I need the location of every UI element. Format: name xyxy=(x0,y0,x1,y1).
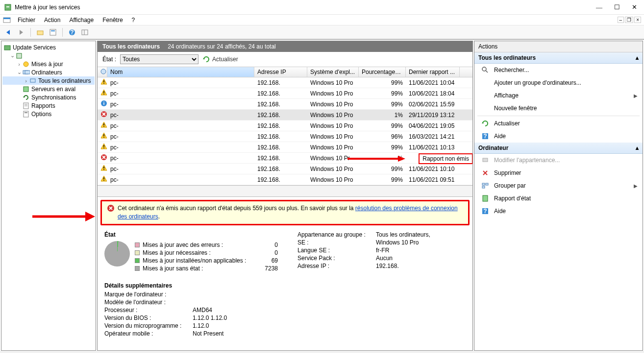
grid-body[interactable]: pc-192.168.Windows 10 Pro99%11/06/2021 1… xyxy=(98,77,472,185)
sync-icon xyxy=(22,94,30,101)
mdi-close[interactable]: × xyxy=(634,17,641,23)
action-refresh[interactable]: Actualiser xyxy=(474,117,643,130)
col-status[interactable] xyxy=(98,67,107,77)
computers-grid: Nom Adresse IP Système d'expl... Pourcen… xyxy=(98,67,472,185)
action-status-report[interactable]: Rapport d'état xyxy=(474,192,643,205)
table-row[interactable]: pc-192.168.Windows 10 Pr%Rapport non émi… xyxy=(98,153,472,164)
collapse-icon[interactable]: ⌄ xyxy=(16,69,22,75)
cell-pct: 99% xyxy=(359,176,406,183)
table-row[interactable]: pc-192.168.Windows 10 Pro99%11/06/2021 1… xyxy=(98,142,472,153)
folder-button[interactable] xyxy=(35,27,46,38)
table-row[interactable]: pc-192.168.Windows 10 Pro99%04/06/2021 1… xyxy=(98,121,472,131)
action-add-group[interactable]: Ajouter un groupe d'ordinateurs... xyxy=(474,76,643,89)
updates-icon xyxy=(22,60,30,68)
action-delete[interactable]: Supprimer xyxy=(474,167,643,179)
panes-button[interactable] xyxy=(79,27,90,38)
cell-name: pc- xyxy=(107,166,254,172)
cell-pct: 99% xyxy=(359,101,406,108)
col-ip[interactable]: Adresse IP xyxy=(254,67,307,77)
tree-server[interactable]: ⌄ xyxy=(2,51,95,60)
svg-rect-35 xyxy=(103,137,104,138)
svg-rect-42 xyxy=(103,177,104,179)
col-pct[interactable]: Pourcentage i... xyxy=(359,67,406,77)
svg-rect-21 xyxy=(24,111,28,117)
tree-allcomputers-label: Tous les ordinateurs xyxy=(38,77,91,84)
menu-action[interactable]: Action xyxy=(40,16,64,24)
table-row[interactable]: pc-192.168.Windows 10 Pro96%16/03/2021 1… xyxy=(98,131,472,142)
menu-window[interactable]: Fenêtre xyxy=(99,16,126,24)
tree-options-label: Options xyxy=(31,111,51,118)
svg-rect-52 xyxy=(482,186,485,188)
col-date[interactable]: Dernier rapport ... xyxy=(406,67,460,77)
table-row[interactable]: pc-192.168.Windows 10 Pro99%11/06/2021 1… xyxy=(98,77,472,88)
svg-rect-4 xyxy=(37,31,43,35)
filter-select[interactable]: Toutes xyxy=(120,54,198,64)
tree-options[interactable]: Options xyxy=(2,110,95,118)
expand-icon[interactable]: › xyxy=(23,78,29,84)
cell-name: pc- xyxy=(107,144,254,151)
menu-view[interactable]: Affichage xyxy=(65,16,98,24)
actions-section-computers[interactable]: Tous les ordinateurs ▴ xyxy=(474,52,643,64)
cell-pct: 99% xyxy=(359,122,406,129)
cell-ip: 192.168. xyxy=(254,133,307,140)
col-name[interactable]: Nom xyxy=(107,67,254,77)
tree-downstream[interactable]: Serveurs en aval xyxy=(2,85,95,93)
status-icon xyxy=(100,100,107,107)
cell-pct: 99% xyxy=(359,166,406,172)
maximize-button[interactable]: ☐ xyxy=(614,3,620,11)
tree-sync[interactable]: Synchronisations xyxy=(2,93,95,101)
table-row[interactable]: pc-192.168.Windows 10 Pro99%02/06/2021 1… xyxy=(98,99,472,110)
tree-computers[interactable]: ⌄ Ordinateurs xyxy=(2,68,95,76)
back-button[interactable] xyxy=(3,27,14,38)
status-icon xyxy=(100,89,107,96)
col-os[interactable]: Système d'expl... xyxy=(307,67,359,77)
svg-point-23 xyxy=(101,69,106,74)
action-view[interactable]: Affichage▶ xyxy=(474,89,643,102)
tree-all-computers[interactable]: › Tous les ordinateurs xyxy=(2,76,95,85)
center-summary: 24 ordinateurs sur 24 affichés, 24 au to… xyxy=(168,43,276,50)
table-row[interactable]: pc-192.168.Windows 10 Pro99%11/06/2021 0… xyxy=(98,174,472,185)
menu-help[interactable]: ? xyxy=(128,16,139,24)
update-services-icon xyxy=(3,44,11,51)
close-button[interactable]: ✕ xyxy=(632,3,637,11)
action-new-window[interactable]: Nouvelle fenêtre xyxy=(474,102,643,115)
mdi-minimize[interactable]: – xyxy=(618,17,624,23)
svg-rect-27 xyxy=(103,94,104,95)
tree-reports[interactable]: Rapports xyxy=(2,101,95,110)
action-group-by[interactable]: Grouper par▶ xyxy=(474,179,643,192)
properties-button[interactable] xyxy=(48,27,58,38)
action-search[interactable]: Rechercher... xyxy=(474,64,643,76)
minimize-button[interactable]: — xyxy=(596,3,602,11)
svg-rect-11 xyxy=(4,46,10,50)
actions-section-computer[interactable]: Ordinateur ▴ xyxy=(474,143,643,154)
svg-rect-33 xyxy=(103,126,104,127)
forward-button[interactable] xyxy=(16,27,26,38)
computer-group-icon xyxy=(29,77,37,85)
filter-row: État : Toutes Actualiser xyxy=(98,52,472,67)
expand-icon[interactable]: › xyxy=(16,61,22,67)
svg-rect-36 xyxy=(103,145,104,147)
refresh-button[interactable]: Actualiser xyxy=(202,55,238,63)
cell-ip: 192.168. xyxy=(254,176,307,183)
grid-header: Nom Adresse IP Système d'expl... Pourcen… xyxy=(98,67,472,77)
cell-name: pc- xyxy=(107,79,254,86)
svg-rect-49 xyxy=(483,158,488,162)
cell-ip: 192.168. xyxy=(254,144,307,151)
mdi-restore[interactable]: ❐ xyxy=(625,17,633,23)
etat-title: État xyxy=(104,231,135,238)
table-row[interactable]: pc-192.168.Windows 10 Pro99%10/06/2021 1… xyxy=(98,88,472,99)
collapse-icon[interactable]: ⌄ xyxy=(9,52,15,59)
tree-root[interactable]: Update Services xyxy=(2,43,95,51)
extra-title: Détails supplémentaires xyxy=(104,282,466,289)
menu-file[interactable]: Fichier xyxy=(14,16,39,24)
cell-os: Windows 10 Pro xyxy=(307,133,359,140)
search-icon xyxy=(481,66,489,74)
action-help[interactable]: ?Aide xyxy=(474,130,643,143)
cell-pct: 1% xyxy=(359,112,406,119)
table-row[interactable]: pc-192.168.Windows 10 Pro1%29/11/2019 13… xyxy=(98,110,472,121)
action-help-2[interactable]: ?Aide xyxy=(474,205,643,218)
help-button[interactable]: ? xyxy=(67,27,77,38)
tree-updates[interactable]: › Mises à jour xyxy=(2,60,95,68)
table-row[interactable]: pc-192.168.Windows 10 Pro99%11/06/2021 1… xyxy=(98,164,472,174)
downstream-icon xyxy=(22,85,30,93)
